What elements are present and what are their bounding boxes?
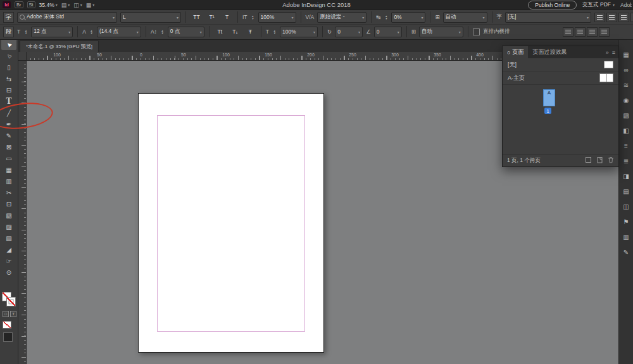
- vertical-scale-stepper[interactable]: ▴▾: [251, 15, 255, 20]
- horizontal-scale-select[interactable]: 100% ▾: [280, 27, 318, 37]
- strikethrough-button[interactable]: Ŧ: [244, 27, 256, 37]
- free-transform-tool[interactable]: ⊡: [1, 198, 16, 210]
- rectangle-tool[interactable]: ▭: [1, 153, 16, 164]
- layers-panel-icon[interactable]: ▤: [621, 187, 631, 196]
- leading-select[interactable]: (14.4 点 ▾: [97, 27, 141, 37]
- panel-menu-icon[interactable]: ≡: [612, 49, 615, 56]
- stroke-panel-icon[interactable]: ≋: [621, 80, 631, 90]
- selection-tool[interactable]: ▶: [1, 39, 16, 50]
- paragraph-panel-icon[interactable]: ≣: [621, 156, 631, 166]
- scissors-tool[interactable]: ✂: [1, 187, 16, 198]
- direct-selection-tool[interactable]: ▷: [1, 50, 16, 61]
- page-tool[interactable]: ▯: [1, 61, 16, 73]
- character-formatting-icon[interactable]: 字: [3, 12, 14, 23]
- font-style-select[interactable]: L ▾: [120, 12, 181, 23]
- horizontal-scale-stepper[interactable]: ▴▾: [272, 29, 277, 34]
- leading-stepper[interactable]: ▴▾: [89, 29, 94, 34]
- collapse-to-icons-icon[interactable]: »: [606, 49, 609, 56]
- horizontal-grid-tool[interactable]: ▦: [1, 164, 16, 175]
- skew-select[interactable]: 0 ▾: [374, 27, 402, 37]
- pencil-tool[interactable]: ✎: [1, 130, 16, 141]
- line-tool[interactable]: ╱: [1, 107, 16, 118]
- vertical-grid-tool[interactable]: ▥: [1, 175, 16, 187]
- master-row-none[interactable]: [无]: [503, 58, 618, 72]
- screen-mode-button[interactable]: [3, 332, 13, 342]
- type-tool[interactable]: T: [1, 96, 16, 107]
- arrange-documents-dropdown[interactable]: ▦ ▾: [86, 2, 95, 8]
- document-page[interactable]: [138, 93, 324, 353]
- character-panel-icon[interactable]: ≡: [621, 141, 631, 151]
- document-tab[interactable]: *未命名-1 @ 35% [GPU 预览]: [20, 41, 99, 52]
- vertical-ruler[interactable]: [18, 60, 27, 364]
- page-number-badge[interactable]: 1: [544, 108, 551, 114]
- pages-panel-icon[interactable]: ▦: [621, 50, 631, 60]
- swatches-panel-icon[interactable]: ▧: [621, 111, 631, 120]
- effects-panel-icon[interactable]: ◫: [621, 202, 631, 211]
- cc-libraries-panel-icon[interactable]: ◧: [621, 126, 631, 135]
- tab-page-transitions[interactable]: 页面过渡效果: [528, 46, 571, 58]
- color-panel-icon[interactable]: ◉: [621, 96, 631, 105]
- underline-button[interactable]: T: [221, 12, 233, 23]
- gradient-feather-tool[interactable]: ▨: [1, 221, 16, 232]
- ruler-origin-corner[interactable]: [18, 52, 27, 61]
- all-caps-button[interactable]: TT: [191, 12, 203, 23]
- font-size-select[interactable]: 12 点 ▾: [31, 27, 73, 37]
- justify-button[interactable]: [630, 13, 633, 22]
- formatting-affects-container-button[interactable]: □: [3, 311, 9, 317]
- align-left-button[interactable]: [594, 13, 605, 22]
- font-size-stepper[interactable]: ▴▾: [23, 29, 28, 34]
- tab-pages[interactable]: ○ 页面: [503, 46, 528, 58]
- align-right-button[interactable]: [618, 13, 629, 22]
- justify-center-button[interactable]: [575, 27, 586, 37]
- apply-none-swatch[interactable]: [3, 321, 11, 329]
- character-style-select[interactable]: [无] ▾: [505, 12, 591, 23]
- stock-icon[interactable]: St: [27, 1, 35, 8]
- justify-full-button[interactable]: [599, 27, 610, 37]
- bookmarks-panel-icon[interactable]: ⚑: [621, 217, 631, 227]
- grid-count-select-2[interactable]: 自动 ▾: [419, 27, 463, 37]
- bridge-icon[interactable]: Br: [15, 1, 23, 8]
- notes-panel-icon[interactable]: ✎: [621, 248, 631, 257]
- rectangle-frame-tool[interactable]: ⊠: [1, 141, 16, 153]
- pen-tool[interactable]: ✒: [1, 118, 16, 130]
- delete-page-icon[interactable]: [608, 156, 614, 165]
- baseline-shift-select[interactable]: 0 点 ▾: [168, 27, 204, 37]
- vertical-scale-select[interactable]: 100% ▾: [258, 12, 296, 23]
- screen-mode-dropdown[interactable]: ◫ ▾: [73, 2, 82, 8]
- master-row-a[interactable]: A-主页: [503, 72, 618, 85]
- baseline-shift-stepper[interactable]: ▴▾: [160, 29, 165, 34]
- stroke-swatch[interactable]: [6, 297, 16, 306]
- subscript-button[interactable]: T₁: [229, 27, 241, 37]
- proportional-spacing-stepper[interactable]: ▴▾: [384, 15, 388, 20]
- tate-chu-yoko-checkbox[interactable]: [473, 28, 480, 35]
- justify-left-button[interactable]: [563, 27, 573, 37]
- zoom-level-dropdown[interactable]: 35.4% ▾: [39, 2, 58, 8]
- pages-thumbnail-area[interactable]: A 1: [503, 85, 618, 154]
- align-center-button[interactable]: [606, 13, 617, 22]
- hand-tool[interactable]: ☞: [1, 255, 16, 267]
- gap-tool[interactable]: ⇆: [1, 73, 16, 84]
- page-thumbnail[interactable]: A: [543, 89, 555, 106]
- paragraph-formatting-icon[interactable]: 段: [3, 27, 14, 37]
- eyedropper-tool[interactable]: ◢: [1, 244, 16, 255]
- zoom-tool[interactable]: ⊙: [1, 267, 16, 278]
- workspace-switcher[interactable]: 交互式 PDF ▾: [582, 1, 615, 9]
- font-family-select[interactable]: Adobe 宋体 Std ▾: [17, 12, 117, 23]
- new-page-icon[interactable]: [596, 156, 603, 165]
- justify-right-button[interactable]: [587, 27, 598, 37]
- view-options-dropdown[interactable]: ▤ ▾: [61, 2, 70, 8]
- preflight-panel-icon[interactable]: ▥: [621, 232, 631, 242]
- publish-online-button[interactable]: Publish Online: [528, 1, 577, 9]
- character-rotation-select[interactable]: 0 ▾: [335, 27, 363, 37]
- gradient-swatch-tool[interactable]: ▧: [1, 210, 16, 221]
- grid-count-select-1[interactable]: 自动 ▾: [443, 12, 487, 23]
- small-caps-button[interactable]: Tt: [214, 27, 226, 37]
- proportional-spacing-select[interactable]: 0% ▾: [391, 12, 425, 23]
- object-styles-panel-icon[interactable]: ◨: [621, 172, 631, 181]
- kerning-select[interactable]: 原始设定 - ▾: [317, 12, 367, 23]
- links-panel-icon[interactable]: ∞: [621, 65, 631, 75]
- note-tool[interactable]: ▤: [1, 232, 16, 244]
- superscript-button[interactable]: T¹: [206, 12, 218, 23]
- edit-page-size-icon[interactable]: [585, 156, 592, 165]
- formatting-affects-text-button[interactable]: T: [10, 311, 16, 317]
